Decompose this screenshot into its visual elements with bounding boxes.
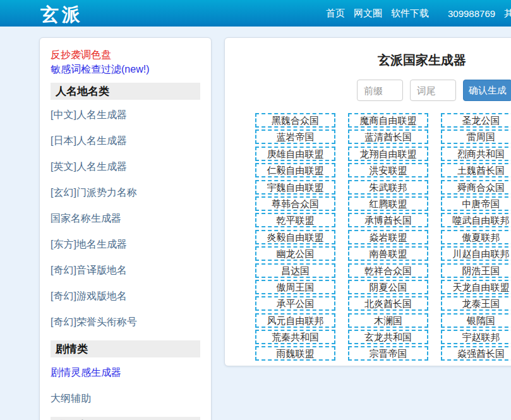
country-name-box-35[interactable]: 龙泰王国 (441, 296, 511, 311)
country-name-box-19[interactable]: 承博酋长国 (348, 213, 428, 227)
sidebar-item-0-4[interactable]: 国家名称生成器 (51, 211, 200, 225)
country-name-box-38[interactable]: 银隋国 (441, 313, 511, 328)
nav-item-2[interactable]: 软件下载 (391, 8, 429, 20)
country-name-box-16[interactable]: 红腾联盟 (348, 196, 428, 211)
sidebar-item-0-6[interactable]: [奇幻]音译版地名 (51, 263, 200, 277)
result-cell: 洪安联盟 (342, 163, 435, 179)
country-name-box-40[interactable]: 玄龙共和国 (348, 330, 428, 344)
result-cell: 天龙自由联盟 (435, 280, 511, 296)
country-name-box-12[interactable]: 宇魏自由联盟 (255, 180, 335, 195)
result-cell: 昌达国 (249, 263, 342, 280)
country-name-box-18[interactable]: 乾平联盟 (255, 213, 335, 227)
sidebar-item-1-1[interactable]: 大纲辅助 (51, 391, 200, 405)
country-name-box-30[interactable]: 傲周王国 (255, 280, 335, 294)
country-name-box-41[interactable]: 宇赵联邦 (441, 330, 511, 344)
result-cell: 乾平联盟 (249, 213, 342, 229)
country-name-box-5[interactable]: 雷周国 (441, 129, 511, 144)
country-name-box-14[interactable]: 舜商合众国 (441, 180, 511, 195)
country-name-box-32[interactable]: 天龙自由联盟 (441, 280, 511, 294)
result-cell: 傲夏联邦 (435, 230, 511, 246)
result-cell: 玄龙共和国 (342, 330, 435, 346)
result-cell: 圣龙公国 (435, 113, 511, 129)
sidebar-item-0-3[interactable]: [玄幻]门派势力名称 (51, 185, 200, 200)
country-name-box-24[interactable]: 幽龙公国 (255, 246, 335, 261)
nav-item-3[interactable]: 309988769 (448, 8, 495, 19)
country-name-box-27[interactable]: 昌达国 (255, 263, 335, 278)
result-cell: 荒秦共和国 (249, 330, 342, 346)
country-name-box-21[interactable]: 炎毅自由联盟 (255, 230, 335, 244)
nav-item-0[interactable]: 首页 (326, 8, 345, 20)
country-name-box-13[interactable]: 朱武联邦 (348, 180, 428, 195)
prefix-input[interactable] (357, 80, 403, 101)
country-name-box-17[interactable]: 中唐帝国 (441, 196, 511, 211)
result-cell: 南兽联盟 (342, 246, 435, 263)
page: 玄派 首页网文圈软件下载309988769其他生成 反抄袭调色盘敏感词检查过滤(… (0, 0, 511, 420)
sidebar-top-link-1[interactable]: 敏感词检查过滤(new!) (51, 62, 200, 76)
result-cell: 龙泰王国 (435, 296, 511, 313)
top-nav: 首页网文圈软件下载309988769其他生成 (326, 0, 511, 27)
suffix-input[interactable] (410, 80, 456, 101)
country-name-box-29[interactable]: 阴浩王国 (441, 263, 511, 278)
country-name-box-37[interactable]: 木澜国 (348, 313, 428, 328)
country-name-box-34[interactable]: 北炎酋长国 (348, 296, 428, 311)
country-name-box-33[interactable]: 承平公国 (255, 296, 335, 311)
sidebar-item-0-2[interactable]: [英文]人名生成器 (51, 159, 200, 174)
result-cell: 承博酋长国 (342, 213, 435, 229)
result-cell: 尊韩合众国 (249, 196, 342, 213)
country-name-box-0[interactable]: 黑魏合众国 (255, 113, 335, 128)
sidebar-top-link-0[interactable]: 反抄袭调色盘 (51, 47, 200, 62)
sidebar-item-0-5[interactable]: [东方]地名生成器 (51, 237, 200, 251)
result-cell: 川赵自由联邦 (435, 246, 511, 263)
result-cell: 仁毅自由联盟 (249, 163, 342, 179)
result-cell: 阴浩王国 (435, 263, 511, 280)
results-grid: 黑魏合众国魔商自由联盟圣龙公国蓝岩帝国蓝清酋长国雷周国庚雄自由联盟龙翔自由联盟烈… (249, 113, 511, 363)
result-cell: 蓝清酋长国 (342, 129, 435, 146)
result-cell: 舜商合众国 (435, 180, 511, 196)
country-name-box-36[interactable]: 风元自由联邦 (255, 313, 335, 328)
country-name-box-6[interactable]: 庚雄自由联盟 (255, 147, 335, 161)
result-cell: 宗晋帝国 (342, 346, 435, 363)
result-cell: 土魏酋长国 (435, 163, 511, 179)
country-name-box-31[interactable]: 阴夏公国 (348, 280, 428, 294)
country-name-box-11[interactable]: 土魏酋长国 (441, 163, 511, 177)
country-name-box-22[interactable]: 焱岩联盟 (348, 230, 428, 244)
country-name-box-25[interactable]: 南兽联盟 (348, 246, 428, 261)
sidebar-item-0-7[interactable]: [奇幻]游戏版地名 (51, 289, 200, 303)
country-name-box-23[interactable]: 傲夏联邦 (441, 230, 511, 244)
result-cell: 朱武联邦 (342, 180, 435, 196)
result-cell: 银隋国 (435, 313, 511, 330)
country-name-box-42[interactable]: 雨魏联盟 (255, 346, 335, 361)
country-name-box-8[interactable]: 烈商共和国 (441, 147, 511, 161)
country-name-box-28[interactable]: 乾祥合众国 (348, 263, 428, 278)
site-logo[interactable]: 玄派 (40, 3, 83, 28)
country-name-box-4[interactable]: 蓝清酋长国 (348, 129, 428, 144)
result-cell: 魔商自由联盟 (342, 113, 435, 129)
sidebar-item-0-1[interactable]: [日本]人名生成器 (51, 133, 200, 148)
nav-item-4[interactable]: 其他生成 (504, 8, 511, 20)
country-name-box-9[interactable]: 仁毅自由联盟 (255, 163, 335, 177)
result-cell: 阴夏公国 (342, 280, 435, 296)
country-name-box-10[interactable]: 洪安联盟 (348, 163, 428, 177)
country-name-box-43[interactable]: 宗晋帝国 (348, 346, 428, 361)
result-cell: 雷周国 (435, 129, 511, 146)
country-name-box-7[interactable]: 龙翔自由联盟 (348, 147, 428, 161)
country-name-box-44[interactable]: 焱强酋长国 (441, 346, 511, 361)
nav-item-1[interactable]: 网文圈 (354, 8, 382, 20)
result-cell: 宇赵联邦 (435, 330, 511, 346)
sidebar-item-1-0[interactable]: 剧情灵感生成器 (51, 365, 200, 380)
generator-form: 确认生成 (225, 80, 511, 101)
generate-button[interactable]: 确认生成 (463, 80, 511, 101)
country-name-box-26[interactable]: 川赵自由联邦 (441, 246, 511, 261)
country-name-box-20[interactable]: 噬武自由联邦 (441, 213, 511, 227)
country-name-box-2[interactable]: 圣龙公国 (441, 113, 511, 128)
country-name-box-15[interactable]: 尊韩合众国 (255, 196, 335, 211)
sidebar-item-0-0[interactable]: [中文]人名生成器 (51, 107, 200, 122)
sidebar-item-0-8[interactable]: [奇幻]荣誉头衔称号 (51, 315, 200, 329)
country-name-box-39[interactable]: 荒秦共和国 (255, 330, 335, 344)
country-name-box-3[interactable]: 蓝岩帝国 (255, 129, 335, 144)
sidebar-sections: 人名地名类[中文]人名生成器[日本]人名生成器[英文]人名生成器[玄幻]门派势力… (51, 83, 200, 420)
result-cell: 龙翔自由联盟 (342, 147, 435, 163)
country-name-box-1[interactable]: 魔商自由联盟 (348, 113, 428, 128)
result-cell: 庚雄自由联盟 (249, 147, 342, 163)
page-title: 玄派国家生成器 (225, 52, 511, 69)
